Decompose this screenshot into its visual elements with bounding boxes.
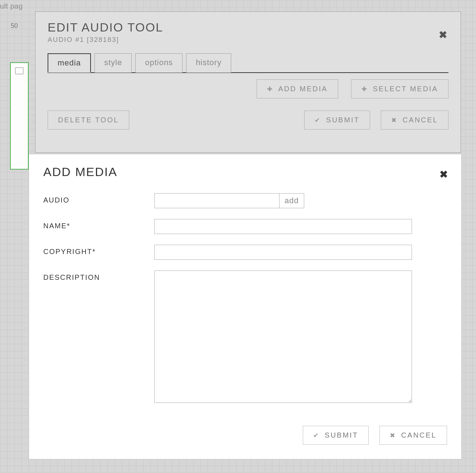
description-textarea[interactable] (154, 270, 412, 403)
edit-modal-subtitle: AUDIO #1 [328183] (48, 36, 448, 44)
submit-button[interactable]: ✔ SUBMIT (304, 111, 370, 130)
tab-style[interactable]: style (94, 53, 132, 73)
tab-history[interactable]: history (186, 53, 231, 73)
add-modal-title: ADD MEDIA (43, 165, 447, 179)
select-media-label: SELECT MEDIA (373, 85, 438, 93)
audio-input[interactable] (154, 193, 280, 208)
add-media-label: ADD MEDIA (278, 85, 328, 93)
image-placeholder-icon (15, 67, 24, 74)
submit-label: SUBMIT (326, 116, 360, 124)
delete-tool-button[interactable]: DELETE TOOL (48, 111, 129, 130)
x-icon: ✖ (390, 431, 396, 439)
selected-tool-outline[interactable] (10, 62, 29, 170)
x-icon: ✖ (391, 116, 398, 124)
cancel-button[interactable]: ✖ CANCEL (379, 426, 447, 445)
add-media-button[interactable]: ✚ ADD MEDIA (257, 79, 338, 98)
cancel-label: CANCEL (401, 431, 437, 439)
tab-bar: media style options history (48, 53, 448, 73)
close-icon[interactable]: ✖ (439, 29, 447, 41)
copyright-label: COPYRIGHT* (43, 245, 154, 256)
page-label: ult pag (0, 2, 23, 10)
ruler-tick-50: 50 (11, 22, 18, 30)
tab-options[interactable]: options (135, 53, 183, 73)
audio-add-button[interactable]: add (280, 193, 304, 208)
add-media-modal: ADD MEDIA ✖ AUDIO add NAME* COPYRIGHT* (29, 154, 462, 459)
audio-label: AUDIO (43, 193, 154, 204)
cancel-label: CANCEL (403, 116, 438, 124)
select-media-button[interactable]: ✚ SELECT MEDIA (351, 79, 448, 98)
submit-label: SUBMIT (325, 431, 358, 439)
check-icon: ✔ (315, 116, 321, 124)
add-media-form: AUDIO add NAME* COPYRIGHT* DESCRIPTION (43, 193, 447, 445)
cancel-button[interactable]: ✖ CANCEL (381, 111, 448, 130)
name-input[interactable] (154, 219, 412, 234)
edit-audio-tool-modal: EDIT AUDIO TOOL AUDIO #1 [328183] ✖ medi… (35, 11, 461, 153)
tab-media[interactable]: media (48, 53, 91, 73)
plus-icon: ✚ (361, 85, 368, 93)
name-label: NAME* (43, 219, 154, 230)
description-label: DESCRIPTION (43, 270, 154, 282)
edit-modal-title: EDIT AUDIO TOOL (48, 20, 448, 34)
submit-button[interactable]: ✔ SUBMIT (303, 426, 369, 445)
plus-icon: ✚ (267, 85, 273, 93)
copyright-input[interactable] (154, 245, 412, 260)
delete-tool-label: DELETE TOOL (58, 116, 119, 124)
close-icon[interactable]: ✖ (439, 169, 448, 180)
check-icon: ✔ (313, 431, 320, 439)
